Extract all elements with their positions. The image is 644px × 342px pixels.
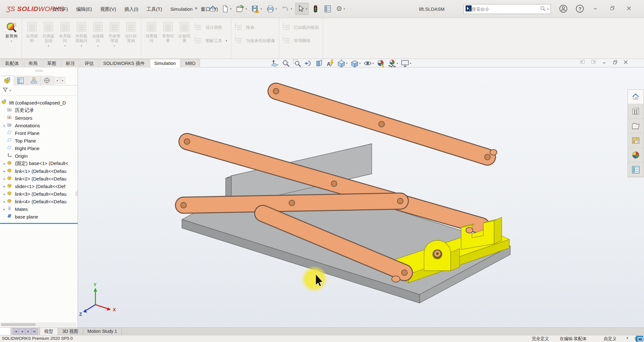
- view-settings-button[interactable]: ▾: [400, 59, 412, 68]
- ribbon-flyout-icon[interactable]: ▾: [226, 39, 227, 42]
- ribbon-flyout-icon[interactable]: ▾: [64, 44, 66, 48]
- tab-标注[interactable]: 标注: [61, 59, 80, 67]
- tab-Simulation[interactable]: Simulation: [150, 59, 180, 67]
- taskpane-tab-appearances[interactable]: [628, 148, 643, 162]
- minimize-button[interactable]: [591, 4, 601, 13]
- tree-item-8[interactable]: ▸(固定) base<1> (Default<: [0, 160, 78, 167]
- bottom-tab-Motion Study 1[interactable]: Motion Study 1: [83, 328, 122, 335]
- select-cursor-button[interactable]: ▾: [295, 3, 309, 15]
- pin-menu-icon[interactable]: ✶: [194, 5, 198, 11]
- taskpane-tab-view-palette[interactable]: [628, 133, 643, 148]
- options-gear-button[interactable]: ⚙▾: [335, 3, 346, 15]
- filter-funnel-icon[interactable]: [2, 87, 8, 94]
- tree-item-10[interactable]: ▸link<2> (Default<<Defau: [0, 175, 78, 182]
- tree-item-5[interactable]: Top Plane: [0, 137, 78, 144]
- user-account-button[interactable]: [558, 4, 568, 13]
- close-button[interactable]: [623, 60, 629, 66]
- search-icon[interactable]: [540, 6, 546, 13]
- graphics-viewport[interactable]: Y X Z: [78, 67, 644, 327]
- menu-item-2[interactable]: 视图(V): [96, 0, 120, 18]
- ribbon-flyout-icon[interactable]: ▾: [97, 44, 99, 48]
- menu-item-3[interactable]: 插入(I): [120, 0, 142, 18]
- ribbon-flyout-icon[interactable]: ▾: [48, 44, 49, 48]
- tree-item-1[interactable]: 历史记录: [0, 106, 78, 114]
- tree-item-14[interactable]: ▸Mates: [0, 205, 78, 213]
- view-orientation-dropdown-icon[interactable]: ▾: [346, 62, 348, 65]
- expand-arrow-icon[interactable]: ▸: [2, 185, 7, 188]
- taskpane-tab-home[interactable]: [628, 90, 643, 104]
- tree-item-9[interactable]: ▸link<1> (Default<<Defau: [0, 167, 78, 175]
- menu-item-1[interactable]: 编辑(E): [72, 0, 96, 18]
- rollback-bar[interactable]: [0, 223, 78, 224]
- save-button[interactable]: ▾: [250, 3, 263, 15]
- nav-last-button[interactable]: ▶|: [32, 328, 38, 334]
- apply-scene-dropdown-icon[interactable]: ▾: [397, 62, 398, 65]
- 3d-drawing-view-button[interactable]: [270, 59, 280, 68]
- new-document-button[interactable]: ▾: [220, 3, 233, 15]
- taskpane-tab-design-library[interactable]: [628, 104, 643, 119]
- open-document-button[interactable]: ▾: [235, 3, 248, 15]
- restore-button[interactable]: [608, 4, 617, 13]
- tree-horizontal-scrollbar[interactable]: [1, 323, 76, 326]
- tree-item-2[interactable]: Sensors: [0, 114, 78, 122]
- print-button[interactable]: ▾: [265, 3, 279, 15]
- status-expand-icon[interactable]: ▲: [626, 336, 629, 339]
- 3d-model-canvas[interactable]: Y X Z: [78, 67, 644, 327]
- panel-collapse-handle[interactable]: [35, 70, 42, 72]
- print-dropdown-icon[interactable]: ▾: [276, 7, 277, 10]
- expand-arrow-icon[interactable]: ▸: [2, 162, 7, 165]
- menu-item-4[interactable]: 工具(T): [142, 0, 166, 18]
- search-dropdown-icon[interactable]: ▾: [547, 8, 549, 11]
- menu-item-0[interactable]: 文件(F): [48, 0, 72, 18]
- tree-item-6[interactable]: Right Plane: [0, 144, 78, 152]
- ribbon-flyout-icon[interactable]: ▾: [11, 40, 12, 43]
- display-style-dropdown-icon[interactable]: ▾: [359, 62, 361, 65]
- view-orientation-button[interactable]: ▾: [337, 59, 348, 68]
- zoom-to-fit-button[interactable]: [281, 59, 291, 68]
- tree-item-3[interactable]: ▸AAnnotations: [0, 122, 78, 129]
- panel-tabs-scroll-left[interactable]: ◂: [55, 77, 60, 84]
- status-customize[interactable]: 自定义: [604, 336, 617, 342]
- tree-item-4[interactable]: Front Plane: [0, 129, 78, 137]
- open-document-dropdown-icon[interactable]: ▾: [246, 7, 247, 10]
- menu-item-5[interactable]: Simulation: [166, 0, 196, 18]
- hide-show-items-button[interactable]: ▾: [363, 59, 375, 68]
- panel-splitter-handle[interactable]: [76, 192, 78, 196]
- tab-SOLIDWORKS 插件[interactable]: SOLIDWORKS 插件: [99, 59, 149, 67]
- expand-arrow-icon[interactable]: ▸: [2, 207, 7, 211]
- select-cursor-dropdown-icon[interactable]: ▾: [306, 7, 307, 10]
- panel-tabs-scroll-right[interactable]: ▸: [60, 77, 65, 84]
- bottom-tab-模型[interactable]: 模型: [40, 328, 58, 335]
- dynamic-annotation-views-button[interactable]: A: [325, 59, 335, 68]
- section-view-button[interactable]: [314, 59, 324, 68]
- display-style-button[interactable]: ▾: [350, 59, 362, 68]
- ribbon-button-新算例[interactable]: 新算例▾: [3, 20, 20, 43]
- nav-next-button[interactable]: ▶: [25, 328, 31, 334]
- collapse-pane-left-button[interactable]: [580, 60, 586, 66]
- close-button[interactable]: [624, 4, 634, 13]
- home-button[interactable]: [208, 3, 218, 15]
- panel-tab-dimxpert-manager[interactable]: [41, 76, 54, 86]
- panel-tab-featuremanager[interactable]: [1, 76, 14, 86]
- expand-arrow-icon[interactable]: ▸: [2, 124, 7, 127]
- expand-arrow-icon[interactable]: ▸: [2, 200, 7, 203]
- tab-草图[interactable]: 草图: [43, 59, 61, 67]
- selection-filter-button[interactable]: [311, 3, 321, 15]
- tree-item-11[interactable]: ▸slider<1> (Default<<Def: [0, 182, 78, 190]
- help-button[interactable]: ?: [575, 4, 584, 13]
- previous-view-button[interactable]: [303, 59, 313, 68]
- tab-评估[interactable]: 评估: [80, 59, 98, 67]
- tree-item-13[interactable]: ▸link<4> (Default<<Defau: [0, 198, 78, 205]
- tree-item-15[interactable]: base plane: [0, 213, 78, 220]
- filter-dropdown-icon[interactable]: ▾: [10, 89, 11, 92]
- expand-arrow-icon[interactable]: ▸: [2, 169, 7, 173]
- ribbon-flyout-icon[interactable]: ▾: [114, 44, 115, 48]
- options-gear-dropdown-icon[interactable]: ▾: [344, 7, 345, 10]
- properties-list-button[interactable]: [323, 3, 333, 15]
- search-input[interactable]: [472, 7, 540, 12]
- corner-app-badge[interactable]: [636, 336, 643, 342]
- tab-布局[interactable]: 布局: [24, 59, 42, 67]
- command-search[interactable]: ▾: [463, 4, 551, 14]
- panel-tab-property-manager[interactable]: [14, 76, 27, 86]
- undo-button[interactable]: ▾: [280, 3, 293, 15]
